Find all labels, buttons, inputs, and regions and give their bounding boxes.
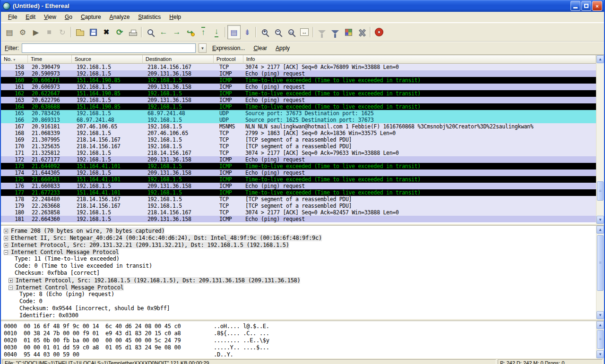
packet-row[interactable]: 171 21.325812 192.168.1.5 218.14.156.167… (1, 150, 596, 156)
scroll-down-icon[interactable]: ▼ (596, 216, 604, 224)
scrollbar-track[interactable] (596, 234, 604, 311)
detail-line[interactable]: Code: 0 (2, 298, 596, 305)
packet-row[interactable]: 170 21.325635 218.14.156.167 192.168.1.5… (1, 143, 596, 150)
detail-line[interactable]: Code: 0 (Time to live exceeded in transi… (2, 262, 596, 270)
expand-toggle-icon[interactable]: + (4, 236, 8, 240)
packet-row[interactable]: 175 21.660581 151.164.41.101 192.168.1.5… (1, 176, 596, 183)
packet-row[interactable]: 158 20.390479 192.168.1.5 218.14.156.167… (1, 64, 596, 70)
menu-go[interactable]: Go (60, 12, 77, 22)
column-header[interactable]: Destination (143, 55, 214, 64)
apply-button[interactable]: Apply (273, 44, 293, 52)
coloring-rules-icon[interactable] (342, 25, 355, 39)
toolbar-separator[interactable] (311, 26, 315, 38)
hex-scrollbar[interactable]: ▲ ▼ (596, 321, 604, 358)
expand-toggle-icon[interactable]: + (4, 229, 8, 233)
column-header[interactable]: No.▾ (1, 55, 28, 64)
find-packet-icon[interactable] (144, 25, 157, 39)
packet-row[interactable]: 164 20.638688 151.164.190.85 192.168.1.5… (1, 103, 596, 110)
scroll-down-icon[interactable]: ▼ (596, 350, 604, 358)
detail-line[interactable]: + Ethernet II, Src: Netgear_40:d6:24 (00… (2, 234, 596, 241)
capture-stop-icon[interactable]: ■ (43, 25, 56, 39)
menu-help[interactable]: Help (165, 12, 185, 22)
scrollbar-thumb[interactable] (597, 181, 604, 201)
packet-row[interactable]: 174 21.644305 192.168.1.5 209.131.36.158… (1, 169, 596, 176)
menu-file[interactable]: File (4, 12, 21, 22)
minimize-button[interactable] (570, 1, 580, 11)
packet-row[interactable]: 179 22.263668 218.14.156.167 192.168.1.5… (1, 203, 596, 209)
packet-row[interactable]: 161 20.606973 192.168.1.5 209.131.36.158… (1, 84, 596, 90)
capture-filter-icon[interactable] (315, 25, 328, 39)
scroll-up-icon[interactable]: ▲ (596, 226, 604, 234)
scrollbar-track[interactable] (596, 329, 604, 350)
go-to-top-icon[interactable]: ↑ (197, 25, 210, 39)
packet-row[interactable]: 178 22.248480 218.14.156.167 192.168.1.5… (1, 196, 596, 203)
scrollbar-thumb[interactable] (597, 235, 604, 291)
autoscroll-icon[interactable]: ⇟ (241, 25, 254, 39)
print-icon[interactable] (126, 25, 139, 39)
scroll-up-icon[interactable]: ▲ (596, 55, 604, 63)
filter-dropdown-button[interactable]: ▼ (199, 43, 207, 53)
column-header[interactable]: Protocol (214, 55, 243, 64)
menu-view[interactable]: View (40, 12, 60, 22)
list-interfaces-icon[interactable]: ▤ (3, 25, 16, 39)
packet-row[interactable]: 168 21.068339 192.168.1.5 207.46.106.65 … (1, 130, 596, 136)
packet-row[interactable]: 173 21.644092 151.164.41.101 192.168.1.5… (1, 163, 596, 169)
toolbar-separator[interactable] (69, 26, 73, 38)
packet-row[interactable]: 181 22.664360 192.168.1.5 209.131.36.158… (1, 216, 596, 222)
hex-line[interactable]: 0020 01 05 0b 00 fb ba 00 00 00 00 45 00… (4, 337, 596, 344)
scroll-up-icon[interactable]: ▲ (596, 321, 604, 329)
preferences-icon[interactable] (355, 25, 368, 39)
go-to-packet-icon[interactable]: ↪ (183, 25, 197, 39)
packet-row[interactable]: 165 20.783426 192.168.1.5 68.97.241.48 U… (1, 110, 596, 117)
expression-button[interactable]: Expression... (209, 44, 248, 52)
detail-line[interactable]: + Internet Protocol, Src: 209.131.32.21 … (2, 241, 596, 248)
expand-toggle-icon[interactable]: + (9, 279, 13, 283)
scroll-down-icon[interactable]: ▼ (596, 311, 604, 319)
packet-row[interactable]: 163 20.622796 192.168.1.5 209.131.36.158… (1, 97, 596, 103)
packet-row[interactable]: 160 20.606771 151.164.190.85 192.168.1.5… (1, 77, 596, 84)
toolbar-separator[interactable] (254, 26, 258, 38)
go-to-bottom-icon[interactable]: ↓ (210, 25, 223, 39)
detail-line[interactable]: Checksum: 0xfbba [correct] (2, 270, 596, 277)
go-back-icon[interactable]: ← (157, 25, 170, 39)
expand-toggle-icon[interactable]: − (9, 286, 13, 290)
packet-row[interactable]: 169 21.307995 218.14.156.167 192.168.1.5… (1, 136, 596, 143)
column-header[interactable]: Time (28, 55, 72, 64)
scrollbar-thumb[interactable] (597, 330, 604, 349)
colorize-icon[interactable]: ▤ (227, 25, 241, 39)
toolbar-separator[interactable] (139, 26, 144, 38)
zoom-100-icon[interactable] (285, 25, 298, 39)
menu-edit[interactable]: Edit (21, 12, 40, 22)
save-file-icon[interactable] (86, 25, 100, 39)
packet-row[interactable]: 167 20.916181 207.46.106.65 192.168.1.5 … (1, 123, 596, 130)
detail-line[interactable]: Identifier: 0x0300 (2, 312, 596, 319)
detail-line[interactable]: − Internet Control Message Protocol (2, 248, 596, 255)
close-button[interactable]: × (592, 1, 602, 11)
packet-row[interactable]: 176 21.660833 192.168.1.5 209.131.36.158… (1, 183, 596, 189)
hex-line[interactable]: 0040 95 44 03 00 59 00 .D..Y. (4, 351, 596, 358)
display-filter-icon[interactable] (328, 25, 342, 39)
packet-row[interactable]: 162 20.622647 151.164.190.85 192.168.1.5… (1, 90, 596, 97)
details-scrollbar[interactable]: ▲ ▼ (596, 226, 604, 319)
detail-line[interactable]: Type: 8 (Echo (ping) request) (2, 291, 596, 298)
packet-list-scrollbar[interactable]: ▲ ▼ (596, 55, 604, 224)
menu-capture[interactable]: Capture (77, 12, 105, 22)
resize-columns-icon[interactable]: ↔ (298, 25, 311, 39)
go-forward-icon[interactable]: → (170, 25, 183, 39)
hex-line[interactable]: 0030 00 00 01 01 dd 59 c0 a8 01 05 d1 83… (4, 344, 596, 351)
packet-row[interactable]: 166 20.869313 68.97.241.48 192.168.1.5 U… (1, 117, 596, 123)
detail-line[interactable]: − Internet Control Message Protocol (2, 284, 596, 291)
capture-start-icon[interactable]: ▶ (29, 25, 43, 39)
detail-line[interactable]: + Internet Protocol, Src: 192.168.1.5 (1… (2, 277, 596, 284)
reload-icon[interactable]: ⟳ (113, 25, 126, 39)
packet-row[interactable]: 180 22.263858 192.168.1.5 218.14.156.167… (1, 209, 596, 216)
zoom-out-icon[interactable] (271, 25, 285, 39)
help-icon[interactable] (372, 25, 386, 39)
filter-input[interactable] (22, 43, 196, 53)
capture-options-icon[interactable]: ⚙ (16, 25, 29, 39)
column-header[interactable]: Source (72, 55, 143, 64)
packet-row[interactable]: 159 20.590973 192.168.1.5 209.131.36.158… (1, 70, 596, 77)
expand-toggle-icon[interactable]: − (4, 250, 8, 254)
zoom-in-icon[interactable] (258, 25, 271, 39)
filter-label[interactable]: Filter: (5, 45, 19, 51)
